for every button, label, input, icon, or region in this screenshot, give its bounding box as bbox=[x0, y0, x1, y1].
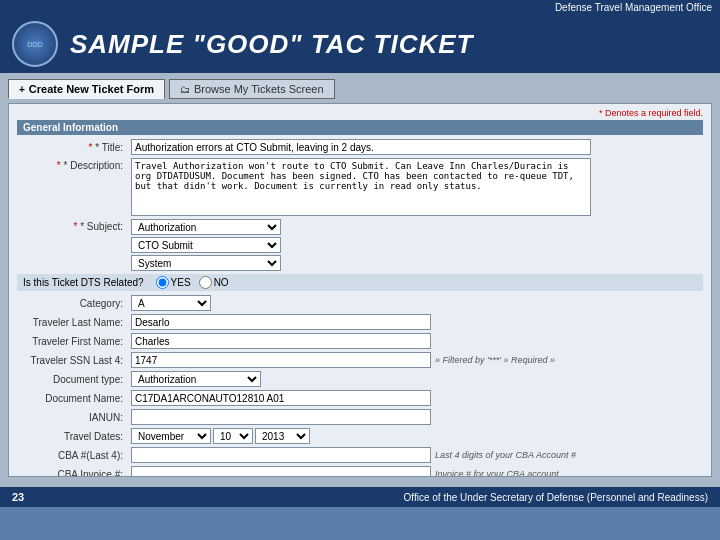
category-row: Category: A bbox=[17, 295, 703, 311]
date-selects: November 10 2013 bbox=[131, 428, 310, 444]
cba-invoice-label: CBA Invoice #: bbox=[17, 469, 127, 478]
description-label: * Description: bbox=[17, 158, 127, 171]
dts-yes-radio[interactable] bbox=[156, 276, 169, 289]
ianun-row: IANUN: bbox=[17, 409, 703, 425]
dts-no-label[interactable]: NO bbox=[199, 276, 229, 289]
tab-browse[interactable]: 🗂 Browse My Tickets Screen bbox=[169, 79, 335, 99]
create-tab-icon: + bbox=[19, 84, 25, 95]
category-select[interactable]: A bbox=[131, 295, 211, 311]
tab-create[interactable]: + Create New Ticket Form bbox=[8, 79, 165, 99]
subject-select-2[interactable]: CTO Submit bbox=[131, 237, 281, 253]
travel-date-label: Travel Dates: bbox=[17, 431, 127, 442]
travel-day-select[interactable]: 10 bbox=[213, 428, 253, 444]
required-note: * Denotes a required field. bbox=[17, 108, 703, 118]
footer-text: Office of the Under Secretary of Defense… bbox=[404, 492, 708, 503]
browse-tab-label: Browse My Tickets Screen bbox=[194, 83, 324, 95]
doc-type-row: Document type: Authorization bbox=[17, 371, 703, 387]
subject-label: * Subject: bbox=[17, 219, 127, 232]
logo: DOD bbox=[12, 21, 58, 67]
traveler-first-input[interactable] bbox=[131, 333, 431, 349]
doc-name-label: Document Name: bbox=[17, 393, 127, 404]
cba-row: CBA #(Last 4): Last 4 digits of your CBA… bbox=[17, 447, 703, 463]
traveler-ssn-label: Traveler SSN Last 4: bbox=[17, 355, 127, 366]
subject-select-1[interactable]: Authorization bbox=[131, 219, 281, 235]
main-title: SAMPLE "GOOD" TAC TICKET bbox=[70, 29, 474, 60]
title-label: * Title: bbox=[17, 142, 127, 153]
subject-row: * Subject: Authorization CTO Submit Syst… bbox=[17, 219, 703, 271]
doc-name-row: Document Name: bbox=[17, 390, 703, 406]
dts-row: Is this Ticket DTS Related? YES NO bbox=[17, 274, 703, 291]
dts-no-radio[interactable] bbox=[199, 276, 212, 289]
traveler-ssn-row: Traveler SSN Last 4: » Filtered by '***'… bbox=[17, 352, 703, 368]
doc-type-label: Document type: bbox=[17, 374, 127, 385]
doc-type-select[interactable]: Authorization bbox=[131, 371, 261, 387]
cba-invoice-input[interactable] bbox=[131, 466, 431, 477]
page-number: 23 bbox=[12, 491, 24, 503]
cba-hint: Last 4 digits of your CBA Account # bbox=[435, 450, 576, 460]
dts-label: Is this Ticket DTS Related? bbox=[23, 277, 144, 288]
cba-label: CBA #(Last 4): bbox=[17, 450, 127, 461]
travel-date-row: Travel Dates: November 10 2013 bbox=[17, 428, 703, 444]
cba-invoice-hint: Invoice # for your CBA account bbox=[435, 469, 559, 477]
traveler-ssn-input[interactable] bbox=[131, 352, 431, 368]
traveler-last-input[interactable] bbox=[131, 314, 431, 330]
travel-year-select[interactable]: 2013 bbox=[255, 428, 310, 444]
travel-month-select[interactable]: November bbox=[131, 428, 211, 444]
ssn-hint: » Filtered by '***' » Required » bbox=[435, 355, 555, 365]
form-panel: * Denotes a required field. General Info… bbox=[8, 103, 712, 477]
cba-invoice-row: CBA Invoice #: Invoice # for your CBA ac… bbox=[17, 466, 703, 477]
ianun-label: IANUN: bbox=[17, 412, 127, 423]
top-header: Defense Travel Management Office bbox=[0, 0, 720, 15]
title-input[interactable] bbox=[131, 139, 591, 155]
doc-name-input[interactable] bbox=[131, 390, 431, 406]
category-label: Category: bbox=[17, 298, 127, 309]
subject-select-3[interactable]: System bbox=[131, 255, 281, 271]
main-header: DOD SAMPLE "GOOD" TAC TICKET bbox=[0, 15, 720, 73]
cba-input[interactable] bbox=[131, 447, 431, 463]
browse-tab-icon: 🗂 bbox=[180, 84, 190, 95]
description-row: * Description: Travel Authorization won'… bbox=[17, 158, 703, 216]
ianun-input[interactable] bbox=[131, 409, 431, 425]
create-tab-label: Create New Ticket Form bbox=[29, 83, 154, 95]
traveler-first-row: Traveler First Name: bbox=[17, 333, 703, 349]
traveler-last-row: Traveler Last Name: bbox=[17, 314, 703, 330]
description-input[interactable]: Travel Authorization won't route to CTO … bbox=[131, 158, 591, 216]
dts-yes-label[interactable]: YES bbox=[156, 276, 191, 289]
traveler-first-label: Traveler First Name: bbox=[17, 336, 127, 347]
footer: 23 Office of the Under Secretary of Defe… bbox=[0, 487, 720, 507]
traveler-last-label: Traveler Last Name: bbox=[17, 317, 127, 328]
general-section-header: General Information bbox=[17, 120, 703, 135]
content-area: + Create New Ticket Form 🗂 Browse My Tic… bbox=[0, 73, 720, 487]
org-name: Defense Travel Management Office bbox=[555, 2, 712, 13]
title-row: * Title: bbox=[17, 139, 703, 155]
tabs-bar: + Create New Ticket Form 🗂 Browse My Tic… bbox=[8, 79, 712, 99]
dts-radio-group: YES NO bbox=[156, 276, 229, 289]
